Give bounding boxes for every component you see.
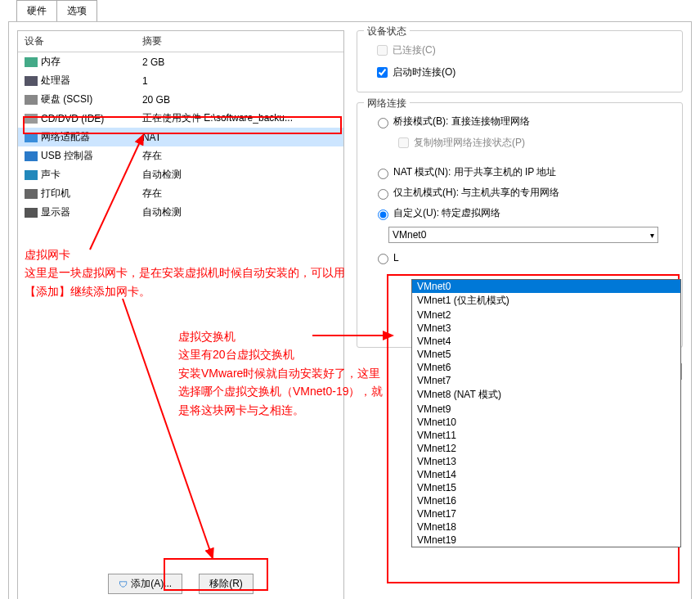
custom-radio[interactable]: 自定义(U): 特定虚拟网络 [367,203,672,223]
device-row-4[interactable]: 网络适配器NAT [18,128,343,146]
col-summary: 摘要 [136,31,343,52]
tab-hardware[interactable]: 硬件 [16,0,57,21]
device-row-7[interactable]: 打印机存在 [18,184,343,203]
device-name: 硬盘 (SCSI) [18,90,136,109]
chevron-down-icon: ▾ [650,231,654,240]
device-summary: 自动检测 [136,203,343,222]
custom-input[interactable] [378,209,388,220]
device-icon [25,151,38,161]
annotation-nic: 虚拟网卡这里是一块虚拟网卡，是在安装虚拟机时候自动安装的，可以用【添加】继续添加… [25,245,352,300]
col-device: 设备 [18,31,136,52]
vmnet-option[interactable]: VMnet0 [412,280,680,293]
vmnet-option[interactable]: VMnet6 [412,361,680,374]
device-icon [25,208,38,218]
status-legend: 设备状态 [364,25,410,38]
device-icon [25,189,38,199]
replicate-checkbox: 复制物理网络连接状态(P) [388,132,672,154]
remove-button[interactable]: 移除(R) [199,574,254,594]
device-summary: 1 [136,71,343,90]
device-name: 处理器 [18,71,136,90]
nat-radio[interactable]: NAT 模式(N): 用于共享主机的 IP 地址 [367,162,672,182]
vmnet-option[interactable]: VMnet7 [412,374,680,387]
connected-label: 已连接(C) [393,43,436,57]
add-button[interactable]: 🛡 添加(A)... [108,574,182,594]
remove-label: 移除(R) [209,577,243,591]
tab-strip: 硬件 选项 [0,0,700,21]
vmnet-option[interactable]: VMnet2 [412,309,680,322]
vmnet-option[interactable]: VMnet4 [412,335,680,348]
vmnet-option[interactable]: VMnet3 [412,322,680,335]
vmnet-option[interactable]: VMnet13 [412,455,680,468]
vmnet-option[interactable]: VMnet19 [412,534,680,547]
connected-checkbox: 已连接(C) [367,39,672,61]
bridged-input[interactable] [378,118,388,128]
vmnet-selected: VMnet0 [393,229,426,241]
tab-options[interactable]: 选项 [57,0,97,21]
poweron-input[interactable] [377,67,388,78]
device-summary: 正在使用文件 E:\software_backu... [136,109,343,128]
device-summary: 20 GB [136,90,343,109]
device-summary: 存在 [136,146,343,165]
device-icon [25,95,38,105]
annotation-switch: 虚拟交换机这里有20台虚拟交换机安装VMware时候就自动安装好了，这里选择哪个… [178,327,391,419]
vmnet-option[interactable]: VMnet10 [412,416,680,429]
device-name: 网络适配器 [18,128,136,146]
nat-label: NAT 模式(N): 用于共享主机的 IP 地址 [393,165,556,179]
vmnet-option[interactable]: VMnet16 [412,494,680,507]
vmnet-option[interactable]: VMnet1 (仅主机模式) [412,293,680,309]
device-summary: 存在 [136,184,343,203]
device-icon [25,133,38,142]
vmnet-option[interactable]: VMnet12 [412,442,680,455]
device-summary: NAT [136,128,343,146]
bridged-radio[interactable]: 桥接模式(B): 直接连接物理网络 [367,111,672,132]
device-row-8[interactable]: 显示器自动检测 [18,203,343,222]
vmnet-dropdown[interactable]: VMnet0 ▾ [388,227,658,243]
device-name: CD/DVD (IDE) [18,109,136,128]
vmnet-option[interactable]: VMnet18 [412,520,680,534]
vmnet-option[interactable]: VMnet8 (NAT 模式) [412,387,680,403]
device-icon [25,57,38,67]
device-row-1[interactable]: 处理器1 [18,71,343,90]
device-row-6[interactable]: 声卡自动检测 [18,165,343,184]
vmnet-dropdown-list[interactable]: VMnet0VMnet1 (仅主机模式)VMnet2VMnet3VMnet4VM… [411,279,681,547]
lan-label: L [393,252,399,263]
device-panel: 设备 摘要 内存2 GB处理器1硬盘 (SCSI)20 GBCD/DVD (ID… [17,30,344,599]
netconn-legend: 网络连接 [364,97,410,110]
device-icon [25,76,38,86]
device-row-5[interactable]: USB 控制器存在 [18,146,343,165]
replicate-input [398,137,409,148]
device-table: 设备 摘要 内存2 GB处理器1硬盘 (SCSI)20 GBCD/DVD (ID… [18,31,343,222]
device-summary: 2 GB [136,52,343,72]
hostonly-radio[interactable]: 仅主机模式(H): 与主机共享的专用网络 [367,182,672,203]
device-row-0[interactable]: 内存2 GB [18,52,343,72]
lan-radio[interactable]: L [367,248,672,268]
device-name: 显示器 [18,203,136,222]
hostonly-label: 仅主机模式(H): 与主机共享的专用网络 [393,186,559,200]
vmnet-option[interactable]: VMnet11 [412,429,680,442]
device-status-group: 设备状态 已连接(C) 启动时连接(O) [357,30,683,92]
vmnet-option[interactable]: VMnet9 [412,403,680,416]
shield-icon: 🛡 [119,579,128,589]
device-icon [25,114,38,124]
device-buttons: 🛡 添加(A)... 移除(R) [18,574,343,594]
device-name: 声卡 [18,165,136,184]
poweron-checkbox[interactable]: 启动时连接(O) [367,61,672,83]
vmnet-option[interactable]: VMnet15 [412,481,680,494]
device-summary: 自动检测 [136,165,343,184]
device-row-3[interactable]: CD/DVD (IDE)正在使用文件 E:\software_backu... [18,109,343,128]
device-name: USB 控制器 [18,146,136,165]
device-icon [25,170,38,180]
lan-input[interactable] [378,254,388,264]
custom-label: 自定义(U): 特定虚拟网络 [393,206,500,220]
vmnet-option[interactable]: VMnet17 [412,507,680,520]
vmnet-option[interactable]: VMnet5 [412,348,680,361]
connected-input [377,45,388,56]
nat-input[interactable] [378,169,388,179]
bridged-label: 桥接模式(B): 直接连接物理网络 [393,115,530,128]
vmnet-option[interactable]: VMnet14 [412,468,680,481]
device-name: 打印机 [18,184,136,203]
replicate-label: 复制物理网络连接状态(P) [414,136,525,150]
hostonly-input[interactable] [378,189,388,200]
poweron-label: 启动时连接(O) [393,65,455,79]
device-row-2[interactable]: 硬盘 (SCSI)20 GB [18,90,343,109]
